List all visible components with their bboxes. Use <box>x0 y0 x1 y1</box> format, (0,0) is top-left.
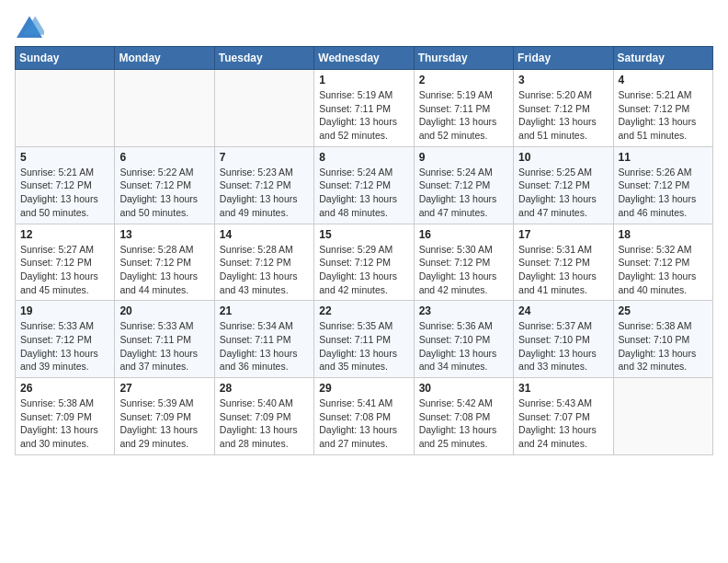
day-info: Sunrise: 5:30 AMSunset: 7:12 PMDaylight:… <box>419 243 508 297</box>
day-number: 4 <box>619 74 708 86</box>
calendar-cell: 1Sunrise: 5:19 AMSunset: 7:11 PMDaylight… <box>314 70 414 147</box>
day-info: Sunrise: 5:24 AMSunset: 7:12 PMDaylight:… <box>319 166 408 220</box>
day-number: 28 <box>220 382 309 395</box>
day-info: Sunrise: 5:31 AMSunset: 7:12 PMDaylight:… <box>518 243 608 297</box>
day-number: 18 <box>619 228 708 241</box>
weekday-header-monday: Monday <box>115 47 214 70</box>
day-number: 17 <box>518 228 608 241</box>
calendar-cell: 4Sunrise: 5:21 AMSunset: 7:12 PMDaylight… <box>613 70 712 147</box>
day-number: 5 <box>20 151 109 164</box>
calendar-cell <box>613 378 712 455</box>
day-number: 16 <box>419 228 508 241</box>
week-row-4: 19Sunrise: 5:33 AMSunset: 7:12 PMDayligh… <box>16 301 713 378</box>
week-row-3: 12Sunrise: 5:27 AMSunset: 7:12 PMDayligh… <box>16 224 713 301</box>
calendar-cell <box>214 70 313 147</box>
day-number: 14 <box>220 228 309 241</box>
day-number: 6 <box>119 151 209 164</box>
day-info: Sunrise: 5:36 AMSunset: 7:10 PMDaylight:… <box>419 319 508 373</box>
calendar-cell: 3Sunrise: 5:20 AMSunset: 7:12 PMDaylight… <box>514 70 613 147</box>
day-number: 25 <box>619 304 708 317</box>
day-info: Sunrise: 5:20 AMSunset: 7:12 PMDaylight:… <box>518 88 608 143</box>
day-info: Sunrise: 5:38 AMSunset: 7:10 PMDaylight:… <box>619 319 708 373</box>
calendar-cell: 28Sunrise: 5:40 AMSunset: 7:09 PMDayligh… <box>214 378 313 455</box>
weekday-header-tuesday: Tuesday <box>214 47 313 70</box>
calendar-cell: 20Sunrise: 5:33 AMSunset: 7:11 PMDayligh… <box>115 301 214 378</box>
calendar-cell: 8Sunrise: 5:24 AMSunset: 7:12 PMDaylight… <box>314 146 414 224</box>
week-row-2: 5Sunrise: 5:21 AMSunset: 7:12 PMDaylight… <box>16 146 713 224</box>
day-info: Sunrise: 5:21 AMSunset: 7:12 PMDaylight:… <box>20 166 109 220</box>
day-number: 27 <box>119 382 209 395</box>
calendar-cell: 21Sunrise: 5:34 AMSunset: 7:11 PMDayligh… <box>214 301 313 378</box>
day-number: 23 <box>419 304 508 317</box>
calendar-cell: 7Sunrise: 5:23 AMSunset: 7:12 PMDaylight… <box>214 146 313 224</box>
weekday-header-sunday: Sunday <box>16 47 115 70</box>
day-number: 22 <box>319 304 408 317</box>
calendar-cell: 23Sunrise: 5:36 AMSunset: 7:10 PMDayligh… <box>414 301 513 378</box>
day-info: Sunrise: 5:28 AMSunset: 7:12 PMDaylight:… <box>220 243 309 297</box>
calendar-cell: 14Sunrise: 5:28 AMSunset: 7:12 PMDayligh… <box>214 224 313 301</box>
day-info: Sunrise: 5:33 AMSunset: 7:12 PMDaylight:… <box>20 319 109 373</box>
day-number: 21 <box>220 304 309 317</box>
day-number: 20 <box>119 304 209 317</box>
day-info: Sunrise: 5:19 AMSunset: 7:11 PMDaylight:… <box>419 88 508 143</box>
calendar-cell: 25Sunrise: 5:38 AMSunset: 7:10 PMDayligh… <box>613 301 712 378</box>
day-info: Sunrise: 5:37 AMSunset: 7:10 PMDaylight:… <box>518 319 608 373</box>
calendar-cell: 17Sunrise: 5:31 AMSunset: 7:12 PMDayligh… <box>514 224 613 301</box>
weekday-header-friday: Friday <box>514 47 613 70</box>
calendar-cell: 29Sunrise: 5:41 AMSunset: 7:08 PMDayligh… <box>314 378 414 455</box>
calendar-cell: 30Sunrise: 5:42 AMSunset: 7:08 PMDayligh… <box>414 378 513 455</box>
weekday-header-wednesday: Wednesday <box>314 47 414 70</box>
day-number: 24 <box>518 304 608 317</box>
day-info: Sunrise: 5:33 AMSunset: 7:11 PMDaylight:… <box>119 319 209 373</box>
day-info: Sunrise: 5:43 AMSunset: 7:07 PMDaylight:… <box>518 396 608 451</box>
day-info: Sunrise: 5:21 AMSunset: 7:12 PMDaylight:… <box>619 88 708 143</box>
day-number: 13 <box>119 228 209 241</box>
calendar-cell: 31Sunrise: 5:43 AMSunset: 7:07 PMDayligh… <box>514 378 613 455</box>
day-number: 11 <box>619 151 708 164</box>
day-number: 19 <box>20 304 109 317</box>
day-number: 31 <box>518 382 608 395</box>
day-info: Sunrise: 5:28 AMSunset: 7:12 PMDaylight:… <box>119 243 209 297</box>
day-info: Sunrise: 5:34 AMSunset: 7:11 PMDaylight:… <box>220 319 309 373</box>
day-info: Sunrise: 5:24 AMSunset: 7:12 PMDaylight:… <box>419 166 508 220</box>
day-number: 7 <box>220 151 309 164</box>
calendar-table: SundayMondayTuesdayWednesdayThursdayFrid… <box>15 46 713 455</box>
calendar-cell: 5Sunrise: 5:21 AMSunset: 7:12 PMDaylight… <box>16 146 115 224</box>
calendar-cell: 9Sunrise: 5:24 AMSunset: 7:12 PMDaylight… <box>414 146 513 224</box>
calendar-cell: 2Sunrise: 5:19 AMSunset: 7:11 PMDaylight… <box>414 70 513 147</box>
day-number: 26 <box>20 382 109 395</box>
calendar-cell: 6Sunrise: 5:22 AMSunset: 7:12 PMDaylight… <box>115 146 214 224</box>
calendar-cell: 18Sunrise: 5:32 AMSunset: 7:12 PMDayligh… <box>613 224 712 301</box>
day-number: 1 <box>319 74 408 86</box>
day-number: 15 <box>319 228 408 241</box>
week-row-1: 1Sunrise: 5:19 AMSunset: 7:11 PMDaylight… <box>16 70 713 147</box>
day-number: 3 <box>518 74 608 86</box>
day-info: Sunrise: 5:29 AMSunset: 7:12 PMDaylight:… <box>319 243 408 297</box>
day-number: 12 <box>20 228 109 241</box>
page-header <box>15 15 713 40</box>
calendar-cell: 11Sunrise: 5:26 AMSunset: 7:12 PMDayligh… <box>613 146 712 224</box>
calendar-cell: 27Sunrise: 5:39 AMSunset: 7:09 PMDayligh… <box>115 378 214 455</box>
day-info: Sunrise: 5:26 AMSunset: 7:12 PMDaylight:… <box>619 166 708 220</box>
day-info: Sunrise: 5:38 AMSunset: 7:09 PMDaylight:… <box>20 396 109 451</box>
logo <box>15 15 48 40</box>
calendar-cell: 15Sunrise: 5:29 AMSunset: 7:12 PMDayligh… <box>314 224 414 301</box>
calendar-cell: 16Sunrise: 5:30 AMSunset: 7:12 PMDayligh… <box>414 224 513 301</box>
day-info: Sunrise: 5:42 AMSunset: 7:08 PMDaylight:… <box>419 396 508 451</box>
calendar-cell: 22Sunrise: 5:35 AMSunset: 7:11 PMDayligh… <box>314 301 414 378</box>
calendar-cell <box>16 70 115 147</box>
day-info: Sunrise: 5:25 AMSunset: 7:12 PMDaylight:… <box>518 166 608 220</box>
day-number: 10 <box>518 151 608 164</box>
day-info: Sunrise: 5:23 AMSunset: 7:12 PMDaylight:… <box>220 166 309 220</box>
calendar-cell: 19Sunrise: 5:33 AMSunset: 7:12 PMDayligh… <box>16 301 115 378</box>
logo-icon <box>15 15 44 40</box>
day-info: Sunrise: 5:40 AMSunset: 7:09 PMDaylight:… <box>220 396 309 451</box>
weekday-header-saturday: Saturday <box>613 47 712 70</box>
calendar-cell: 10Sunrise: 5:25 AMSunset: 7:12 PMDayligh… <box>514 146 613 224</box>
day-info: Sunrise: 5:32 AMSunset: 7:12 PMDaylight:… <box>619 243 708 297</box>
day-info: Sunrise: 5:22 AMSunset: 7:12 PMDaylight:… <box>119 166 209 220</box>
day-info: Sunrise: 5:41 AMSunset: 7:08 PMDaylight:… <box>319 396 408 451</box>
calendar-cell <box>115 70 214 147</box>
day-info: Sunrise: 5:35 AMSunset: 7:11 PMDaylight:… <box>319 319 408 373</box>
day-info: Sunrise: 5:27 AMSunset: 7:12 PMDaylight:… <box>20 243 109 297</box>
